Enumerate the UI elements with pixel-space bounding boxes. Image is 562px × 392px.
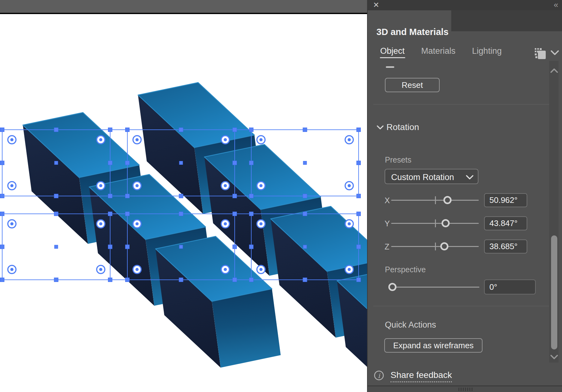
- corner-handle[interactable]: [249, 128, 253, 132]
- anchor-ring-dot: [224, 268, 227, 271]
- resize-grip-icon[interactable]: [458, 388, 473, 391]
- corner-handle[interactable]: [249, 212, 253, 216]
- anchor-ring-dot: [224, 138, 227, 141]
- corner-handle[interactable]: [108, 128, 112, 132]
- panel-tab-3d-and-materials[interactable]: 3D and Materials: [368, 10, 451, 32]
- center-handle[interactable]: [54, 161, 58, 165]
- block-end-face: [212, 289, 281, 368]
- edge-handle[interactable]: [179, 128, 183, 132]
- tab-materials[interactable]: Materials: [421, 46, 456, 56]
- edge-handle[interactable]: [303, 278, 307, 282]
- expand-as-wireframes-button[interactable]: Expand as wireframes: [384, 338, 483, 353]
- edge-handle[interactable]: [54, 194, 58, 198]
- corner-handle[interactable]: [233, 128, 237, 132]
- scroll-down-icon[interactable]: [550, 354, 558, 359]
- corner-handle[interactable]: [249, 278, 253, 282]
- anchor-ring-dot: [224, 222, 227, 225]
- corner-handle[interactable]: [0, 212, 4, 216]
- edge-handle[interactable]: [179, 212, 183, 216]
- corner-handle[interactable]: [125, 194, 130, 198]
- edge-handle[interactable]: [54, 128, 58, 132]
- edge-handle[interactable]: [0, 245, 4, 249]
- slider-center-tick: [435, 219, 436, 227]
- center-handle[interactable]: [179, 161, 183, 165]
- corner-handle[interactable]: [233, 194, 237, 198]
- edge-handle[interactable]: [357, 161, 361, 165]
- corner-handle[interactable]: [125, 212, 130, 216]
- slider-knob-x[interactable]: [443, 196, 452, 204]
- slider-center-tick: [435, 243, 436, 250]
- share-feedback-link[interactable]: Share feedback: [391, 370, 452, 382]
- artboard-canvas[interactable]: [0, 0, 367, 392]
- corner-handle[interactable]: [108, 194, 112, 198]
- perspective-track[interactable]: [392, 287, 479, 288]
- tab-object[interactable]: Object: [380, 46, 405, 56]
- edge-handle[interactable]: [303, 128, 307, 132]
- angle-value-x[interactable]: 50.962°: [484, 193, 527, 207]
- anchor-ring-dot: [259, 138, 263, 141]
- reset-button[interactable]: Reset: [385, 78, 440, 92]
- section-divider: [373, 104, 549, 105]
- edge-handle[interactable]: [125, 245, 130, 249]
- corner-handle[interactable]: [249, 194, 253, 198]
- edge-handle[interactable]: [249, 161, 253, 165]
- edge-handle[interactable]: [108, 161, 112, 165]
- corner-handle[interactable]: [108, 278, 112, 282]
- center-handle[interactable]: [179, 245, 183, 249]
- edge-handle[interactable]: [249, 245, 253, 249]
- panel-options-icon[interactable]: [534, 48, 546, 59]
- corner-handle[interactable]: [125, 128, 130, 132]
- edge-handle[interactable]: [54, 278, 58, 282]
- edge-handle[interactable]: [54, 212, 58, 216]
- panel-header-bar: ✕ «: [368, 0, 562, 10]
- anchor-ring-dot: [135, 268, 139, 271]
- corner-handle[interactable]: [357, 212, 361, 216]
- panel-view-chevron-icon[interactable]: [551, 50, 559, 56]
- center-handle[interactable]: [54, 245, 58, 249]
- corner-handle[interactable]: [125, 278, 130, 282]
- edge-handle[interactable]: [303, 194, 307, 198]
- corner-handle[interactable]: [0, 128, 4, 132]
- edge-handle[interactable]: [179, 278, 183, 282]
- angle-value-z[interactable]: 38.685°: [484, 239, 527, 254]
- panel-scrollbar-thumb[interactable]: [551, 235, 557, 349]
- corner-handle[interactable]: [233, 278, 237, 282]
- collapse-panel-icon[interactable]: «: [554, 0, 558, 9]
- slider-knob-y[interactable]: [442, 219, 450, 227]
- axis-label-y: Y: [385, 219, 390, 228]
- edge-handle[interactable]: [233, 161, 237, 165]
- scrolled-content-remnant: [386, 66, 394, 68]
- perspective-knob[interactable]: [388, 283, 396, 291]
- angle-value-y[interactable]: 43.847°: [484, 216, 527, 230]
- canvas-scene[interactable]: [0, 0, 367, 392]
- edge-handle[interactable]: [303, 212, 307, 216]
- corner-handle[interactable]: [233, 212, 237, 216]
- corner-handle[interactable]: [0, 194, 4, 198]
- perspective-value[interactable]: 0°: [484, 279, 536, 294]
- edge-handle[interactable]: [108, 245, 112, 249]
- anchor-ring-dot: [135, 184, 139, 187]
- anchor-ring-dot: [10, 268, 13, 271]
- scroll-up-icon[interactable]: [550, 68, 558, 73]
- edge-handle[interactable]: [357, 245, 361, 249]
- edge-handle[interactable]: [0, 161, 4, 165]
- tab-lighting[interactable]: Lighting: [472, 46, 502, 56]
- perspective-row: 0°: [368, 279, 562, 294]
- close-icon[interactable]: ✕: [372, 1, 380, 9]
- center-handle[interactable]: [303, 161, 307, 165]
- corner-handle[interactable]: [108, 212, 112, 216]
- corner-handle[interactable]: [357, 278, 361, 282]
- corner-handle[interactable]: [357, 194, 361, 198]
- center-handle[interactable]: [303, 245, 307, 249]
- corner-handle[interactable]: [0, 278, 4, 282]
- rotation-row-x: X50.962°: [368, 193, 562, 207]
- rotation-preset-select[interactable]: Custom Rotation: [385, 169, 478, 184]
- edge-handle[interactable]: [125, 161, 130, 165]
- anchor-ring-dot: [348, 268, 351, 271]
- corner-handle[interactable]: [357, 128, 361, 132]
- slider-knob-z[interactable]: [440, 242, 448, 250]
- subtab-bar: Object Materials Lighting: [380, 46, 502, 56]
- edge-handle[interactable]: [179, 194, 183, 198]
- rotation-section-header[interactable]: Rotation: [377, 123, 419, 132]
- edge-handle[interactable]: [233, 245, 237, 249]
